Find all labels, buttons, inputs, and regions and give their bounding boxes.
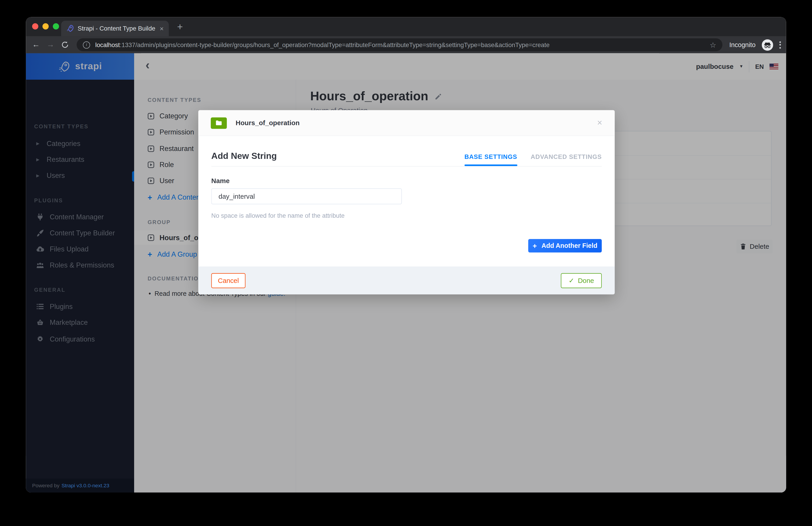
browser-window: Strapi - Content Type Builder × + ← → i …	[26, 17, 786, 493]
add-field-modal: Hours_of_operation × Add New String BASE…	[198, 110, 615, 295]
cancel-button[interactable]: Cancel	[212, 273, 246, 288]
check-icon: ✓	[569, 276, 574, 284]
url-text: localhost:1337/admin/plugins/content-typ…	[96, 41, 710, 48]
settings-tabs: BASE SETTINGS ADVANCED SETTINGS	[464, 153, 602, 161]
tab-close-icon[interactable]: ×	[160, 25, 163, 32]
reload-icon[interactable]	[61, 41, 69, 49]
strapi-favicon	[67, 25, 74, 32]
bookmark-star-icon[interactable]: ☆	[710, 41, 716, 49]
tabs-divider	[212, 166, 602, 167]
tab-base-settings[interactable]: BASE SETTINGS	[464, 153, 517, 161]
folder-icon	[216, 120, 222, 125]
screen: Strapi - Content Type Builder × + ← → i …	[0, 0, 812, 526]
incognito-label: Incognito	[729, 41, 756, 48]
close-icon[interactable]: ×	[597, 118, 603, 127]
browser-menu-icon[interactable]	[779, 41, 781, 48]
name-label: Name	[212, 177, 230, 185]
site-info-icon[interactable]: i	[83, 41, 90, 48]
tab-title: Strapi - Content Type Builder	[78, 25, 156, 32]
modal-header: Hours_of_operation ×	[198, 110, 615, 136]
add-another-field-button[interactable]: + Add Another Field	[528, 239, 602, 252]
tab-advanced-settings[interactable]: ADVANCED SETTINGS	[531, 153, 602, 161]
window-minimize-button[interactable]	[42, 23, 48, 29]
name-helper-text: No space is allowed for the name of the …	[212, 212, 345, 219]
browser-toolbar: ← → i localhost:1337/admin/plugins/conte…	[26, 36, 786, 53]
window-close-button[interactable]	[32, 23, 38, 29]
window-zoom-button[interactable]	[53, 23, 59, 29]
incognito-icon	[762, 39, 773, 50]
done-button[interactable]: ✓ Done	[561, 273, 602, 288]
chrome-right-cluster: Incognito	[729, 36, 781, 53]
forward-icon[interactable]: →	[47, 40, 54, 49]
modal-header-title: Hours_of_operation	[236, 119, 300, 127]
browser-tab[interactable]: Strapi - Content Type Builder ×	[61, 20, 169, 36]
modal-title: Add New String	[212, 151, 277, 161]
plus-icon: +	[533, 241, 537, 250]
new-tab-icon[interactable]: +	[177, 21, 183, 33]
tab-strip: Strapi - Content Type Builder × +	[26, 17, 786, 36]
back-icon[interactable]: ←	[32, 40, 40, 49]
group-chip	[211, 117, 227, 129]
strapi-app: strapi CONTENT TYPES ▶ Categories ▶ Rest…	[26, 53, 786, 493]
modal-footer: Cancel ✓ Done	[198, 266, 615, 294]
name-input[interactable]	[212, 188, 402, 205]
url-bar[interactable]: i localhost:1337/admin/plugins/content-t…	[76, 38, 722, 51]
